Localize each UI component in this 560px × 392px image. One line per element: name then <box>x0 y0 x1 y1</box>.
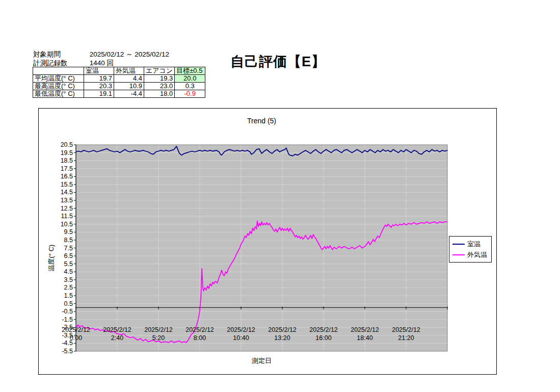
y-tick-label: -5.5 <box>62 348 73 355</box>
summary-row: 最高温度(° C)20.310.923.00.3 <box>33 83 205 90</box>
x-tick-date-label: 2025/2/12 <box>351 326 379 333</box>
x-axis-title: 測定日 <box>76 356 447 365</box>
x-tick-time-label: 8:00 <box>194 334 206 342</box>
summary-row: 平均温度(° C)19.74.419.320.0 <box>33 75 205 83</box>
summary-value-cell: 4.4 <box>114 75 144 83</box>
trend-chart: 20.519.518.517.516.515.514.513.512.511.5… <box>39 109 496 374</box>
x-tick-time-label: 16:00 <box>315 334 331 342</box>
y-tick-label: -0.5 <box>62 308 73 315</box>
summary-value-cell: 0.3 <box>175 83 205 90</box>
y-tick-label: 16.5 <box>61 173 73 180</box>
y-tick-label: 8.5 <box>64 237 73 244</box>
x-tick-date-label: 2025/2/12 <box>144 326 173 333</box>
x-tick-time-label: 10:40 <box>233 334 249 342</box>
x-tick-time-label: 2:40 <box>111 334 123 342</box>
y-tick-label: 9.5 <box>64 228 73 236</box>
legend-entry: 室温 <box>452 239 487 249</box>
summary-value-cell: -0.9 <box>175 90 205 98</box>
summary-header-cell: エアコン <box>144 67 175 75</box>
legend-entry: 外気温 <box>452 249 487 260</box>
y-tick-label: 17.5 <box>61 165 73 172</box>
summary-value-cell: 19.7 <box>84 75 114 83</box>
x-tick-time-label: 18:40 <box>357 334 372 342</box>
x-tick-date-label: 2025/2/12 <box>185 326 214 333</box>
y-tick-label: 20.5 <box>61 141 73 148</box>
y-tick-label: 3.5 <box>64 276 73 283</box>
summary-row: 最低温度(° C)19.1-4.418.0-0.9 <box>33 90 205 98</box>
y-axis-title: 温度(° C) <box>47 245 56 272</box>
summary-value-cell: 23.0 <box>144 83 175 90</box>
y-tick-label: 15.5 <box>61 181 73 188</box>
x-tick-date-label: 2025/2/12 <box>268 326 297 333</box>
y-tick-label: 13.5 <box>61 197 73 204</box>
period-row: 対象期間 2025/02/12 ～ 2025/02/12 <box>33 50 169 59</box>
y-tick-label: 18.5 <box>61 157 73 164</box>
summary-value-cell: 18.0 <box>144 90 175 98</box>
summary-value-cell: 19.1 <box>84 90 114 98</box>
y-tick-label: 0.5 <box>64 300 73 307</box>
y-tick-label: 7.5 <box>64 245 73 252</box>
period-value: 2025/02/12 ～ 2025/02/12 <box>90 50 169 58</box>
legend-label: 室温 <box>467 240 481 249</box>
self-evaluation-title: 自己評価【E】 <box>230 53 326 71</box>
y-tick-label: 2.5 <box>64 284 73 291</box>
summary-value-cell: 20.3 <box>84 83 114 90</box>
summary-header-cell <box>33 67 84 75</box>
summary-value-cell: -4.4 <box>114 90 144 98</box>
y-tick-label: 12.5 <box>61 205 73 212</box>
legend-line-swatch <box>452 254 465 255</box>
y-tick-label: 5.5 <box>64 260 73 268</box>
legend-label: 外気温 <box>467 250 487 259</box>
y-tick-label: 19.5 <box>61 149 73 156</box>
x-tick-time-label: 0:00 <box>70 334 82 342</box>
record-count-value: 1440 回 <box>90 59 114 67</box>
x-tick-date-label: 2025/2/12 <box>227 326 255 333</box>
period-label: 対象期間 <box>33 50 88 59</box>
y-tick-label: -1.5 <box>62 316 73 323</box>
chart-frame: 20.519.518.517.516.515.514.513.512.511.5… <box>38 108 497 375</box>
x-tick-time-label: 5:20 <box>152 334 165 342</box>
y-tick-label: 4.5 <box>64 268 73 275</box>
summary-value-cell: 20.0 <box>175 75 205 83</box>
summary-value-cell: 19.3 <box>144 75 175 83</box>
x-tick-date-label: 2025/2/12 <box>62 326 90 333</box>
x-tick-date-label: 2025/2/12 <box>392 326 420 333</box>
summary-header-cell: 外気温 <box>114 67 144 75</box>
summary-row-label: 平均温度(° C) <box>33 75 84 83</box>
report-page: 対象期間 2025/02/12 ～ 2025/02/12 計測記録数 1440 … <box>0 0 560 392</box>
y-tick-label: 11.5 <box>61 213 73 220</box>
x-tick-time-label: 21:20 <box>398 334 414 342</box>
summary-value-cell: 10.9 <box>114 83 144 90</box>
y-tick-label: 1.5 <box>64 292 73 299</box>
summary-table: 室温外気温エアコン目標±0.5 平均温度(° C)19.74.419.320.0… <box>33 67 205 98</box>
summary-header-cell: 目標±0.5 <box>175 67 205 75</box>
y-tick-label: 6.5 <box>64 252 73 259</box>
chart-title: Trend (5) <box>76 117 447 125</box>
summary-row-label: 最高温度(° C) <box>33 83 84 90</box>
summary-header-cell: 室温 <box>84 67 114 75</box>
x-tick-time-label: 13:20 <box>274 334 290 342</box>
y-tick-label: 14.5 <box>61 189 73 196</box>
y-tick-label: 10.5 <box>61 221 73 228</box>
summary-row-label: 最低温度(° C) <box>33 90 84 98</box>
x-tick-date-label: 2025/2/12 <box>103 326 131 333</box>
x-tick-date-label: 2025/2/12 <box>309 326 338 333</box>
chart-legend: 室温外気温 <box>449 236 492 263</box>
legend-line-swatch <box>452 244 465 245</box>
